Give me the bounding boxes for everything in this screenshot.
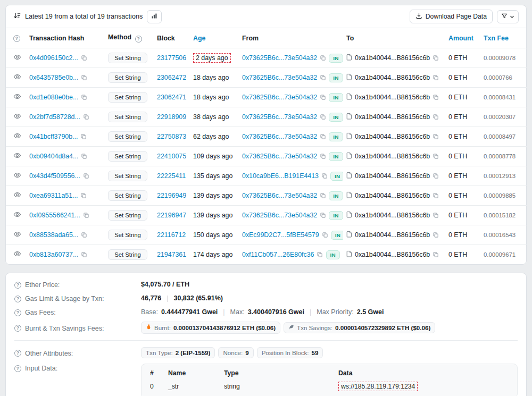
from-address-link[interactable]: 0x73625B6c...73e504a32 [242, 133, 317, 140]
transaction-hash-link[interactable]: 0x6435785e0b... [29, 74, 78, 81]
eye-icon [13, 73, 21, 82]
from-address-link[interactable]: 0x10ca9bE6...B191E4413 [242, 172, 319, 180]
copy-icon[interactable] [317, 251, 323, 258]
copy-icon[interactable] [321, 173, 328, 179]
filter-funnel-icon [501, 13, 508, 21]
table-row: 0xb813a60737... Set String 21947361 174 … [6, 245, 527, 265]
copy-icon[interactable] [433, 55, 439, 61]
from-address-link[interactable]: 0xf11Cb057...26E80fc36 [242, 251, 314, 258]
copy-icon[interactable] [320, 133, 326, 140]
from-address-link[interactable]: 0x73625B6c...73e504a32 [242, 113, 317, 121]
txn-fee-text: 0.00008497 [484, 133, 516, 140]
view-transaction-button[interactable] [13, 53, 21, 63]
view-transaction-button[interactable] [13, 210, 21, 220]
copy-icon[interactable] [80, 192, 87, 199]
copy-icon[interactable] [320, 192, 326, 199]
block-link[interactable]: 23062471 [157, 94, 186, 101]
copy-icon[interactable] [433, 153, 439, 159]
copy-icon[interactable] [433, 232, 439, 238]
view-transaction-button[interactable] [13, 171, 21, 181]
transaction-hash-link[interactable]: 0xd1e088e0be... [29, 94, 78, 101]
chart-view-button[interactable] [147, 10, 162, 23]
direction-badge: IN [329, 211, 343, 220]
eye-icon [13, 230, 21, 240]
view-transaction-button[interactable] [13, 151, 21, 161]
copy-icon[interactable] [433, 114, 439, 120]
block-link[interactable]: 23062472 [157, 74, 186, 81]
gas-limit-value: 46,776 [141, 294, 161, 302]
copy-icon[interactable] [433, 173, 439, 179]
copy-icon[interactable] [81, 251, 87, 258]
age-text: 2 days ago [193, 53, 231, 63]
column-header-amount[interactable]: Amount [445, 28, 480, 48]
to-address: 0xa1b40044...B86156c6b [355, 192, 430, 199]
direction-badge: IN [331, 231, 343, 240]
transaction-hash-link[interactable]: 0xb09404d8a4... [29, 153, 78, 160]
copy-icon[interactable] [433, 251, 439, 258]
txn-type-chip: Txn Type: 2 (EIP-1559) [141, 347, 215, 358]
view-transaction-button[interactable] [13, 230, 21, 240]
copy-icon[interactable] [83, 212, 89, 218]
copy-icon[interactable] [320, 153, 326, 159]
view-transaction-button[interactable] [13, 92, 21, 102]
table-row: 0x2bf7d58728d... Set String 22918909 38 … [6, 107, 527, 127]
view-transaction-button[interactable] [13, 132, 21, 141]
view-transaction-button[interactable] [13, 73, 21, 82]
copy-icon[interactable] [320, 114, 326, 120]
method-badge: Set String [108, 92, 147, 103]
table-row: 0xd1e088e0be... Set String 23062471 18 d… [6, 88, 527, 107]
block-link[interactable]: 21947361 [157, 251, 186, 258]
copy-icon[interactable] [433, 94, 439, 100]
copy-icon[interactable] [322, 232, 328, 238]
copy-icon[interactable] [433, 74, 439, 81]
block-link[interactable]: 22750873 [157, 133, 186, 140]
transaction-hash-link[interactable]: 0x4d096150c2... [29, 54, 78, 62]
copy-icon[interactable] [83, 114, 89, 120]
view-transaction-button[interactable] [13, 250, 21, 259]
block-link[interactable]: 22410075 [157, 153, 186, 160]
copy-icon[interactable] [81, 94, 87, 100]
block-link[interactable]: 22196949 [157, 192, 186, 199]
filter-dropdown-button[interactable] [497, 10, 519, 23]
copy-icon[interactable] [81, 74, 87, 81]
from-address-link[interactable]: 0x73625B6c...73e504a32 [242, 74, 317, 81]
copy-icon[interactable] [433, 212, 439, 218]
transaction-hash-link[interactable]: 0x2bf7d58728d... [29, 113, 80, 121]
view-transaction-button[interactable] [13, 112, 21, 122]
transaction-hash-link[interactable]: 0xea69311a51... [29, 192, 78, 199]
copy-icon[interactable] [433, 133, 439, 140]
transaction-hash-link[interactable]: 0x41bcff3790b... [29, 133, 78, 140]
transaction-hash-link[interactable]: 0x88538ada65... [29, 231, 78, 239]
copy-icon[interactable] [320, 212, 326, 218]
from-address-link[interactable]: 0xEc99D2C7...5fBE54579 [242, 231, 319, 239]
txn-fee-text: 0.00008778 [484, 153, 516, 159]
block-link[interactable]: 22116712 [157, 231, 186, 239]
block-link[interactable]: 22225411 [157, 172, 186, 180]
contract-icon [346, 231, 352, 239]
transaction-hash-link[interactable]: 0xb813a60737... [29, 251, 78, 258]
column-header-age[interactable]: Age [190, 28, 239, 48]
copy-icon[interactable] [81, 55, 87, 61]
from-address-link[interactable]: 0x73625B6c...73e504a32 [242, 192, 317, 199]
block-link[interactable]: 23177506 [157, 54, 186, 62]
amount-text: 0 ETH [448, 74, 467, 81]
from-address-link[interactable]: 0x73625B6c...73e504a32 [242, 212, 317, 219]
copy-icon[interactable] [433, 192, 439, 199]
copy-icon[interactable] [83, 173, 89, 179]
copy-icon[interactable] [81, 153, 87, 159]
copy-icon[interactable] [80, 133, 87, 140]
copy-icon[interactable] [320, 55, 326, 61]
from-address-link[interactable]: 0x73625B6c...73e504a32 [242, 94, 317, 101]
column-header-fee[interactable]: Txn Fee [480, 28, 527, 48]
block-link[interactable]: 22196947 [157, 212, 186, 219]
from-address-link[interactable]: 0x73625B6c...73e504a32 [242, 153, 317, 160]
from-address-link[interactable]: 0x73625B6c...73e504a32 [242, 54, 317, 62]
copy-icon[interactable] [320, 74, 326, 81]
copy-icon[interactable] [81, 232, 87, 238]
view-transaction-button[interactable] [13, 191, 21, 200]
transaction-hash-link[interactable]: 0x43d4f509556... [29, 172, 80, 180]
block-link[interactable]: 22918909 [157, 113, 186, 121]
transaction-hash-link[interactable]: 0xf0955566241... [29, 212, 80, 219]
download-page-data-button[interactable]: Download Page Data [410, 10, 493, 23]
copy-icon[interactable] [320, 94, 326, 100]
